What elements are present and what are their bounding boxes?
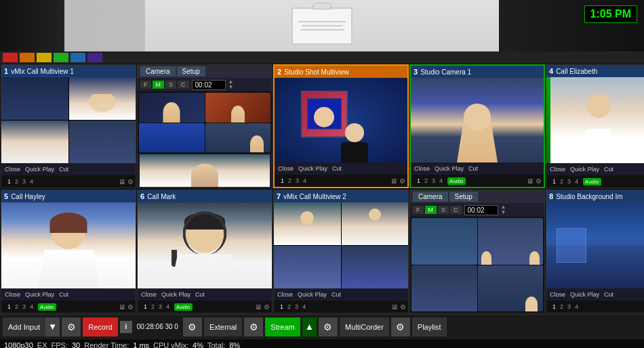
cell-7-gear-icon[interactable]: ⚙ bbox=[400, 303, 406, 311]
cell-5-num-1[interactable]: 1 bbox=[6, 303, 12, 310]
cell-7-num-4[interactable]: 4 bbox=[301, 303, 307, 310]
cam-b-thumb-3[interactable] bbox=[411, 265, 477, 312]
stream-arrow[interactable]: ▲ bbox=[302, 318, 317, 336]
cell-6-cut[interactable]: Cut bbox=[194, 291, 206, 298]
cam-thumb-4[interactable] bbox=[205, 123, 271, 153]
cell-4-num-4[interactable]: 4 bbox=[573, 178, 580, 185]
cell-7-num-3[interactable]: 3 bbox=[294, 303, 300, 310]
cell-2-num-3[interactable]: 3 bbox=[294, 177, 300, 184]
cam-mode-f-b[interactable]: F bbox=[413, 206, 424, 214]
cam-thumb-2[interactable] bbox=[205, 93, 271, 123]
cell-7-close[interactable]: Close bbox=[276, 291, 294, 298]
cell-5-close[interactable]: Close bbox=[3, 291, 22, 298]
cam-b-thumb-2[interactable] bbox=[478, 218, 544, 265]
cell-3-num-3[interactable]: 3 bbox=[430, 177, 437, 184]
cell-5-gear-icon[interactable]: ⚙ bbox=[127, 303, 134, 311]
cell-1-num-2[interactable]: 2 bbox=[14, 178, 20, 185]
cam-mode-m[interactable]: M bbox=[153, 81, 165, 89]
setup-tab-b[interactable]: Setup bbox=[449, 192, 478, 202]
cell-1-quickplay[interactable]: Quick Play bbox=[24, 166, 56, 173]
cam-mode-c[interactable]: C bbox=[178, 81, 189, 89]
cell-8-quickplay[interactable]: Quick Play bbox=[569, 291, 601, 298]
cell-5-num-4[interactable]: 4 bbox=[28, 303, 35, 310]
camera-preview[interactable] bbox=[138, 91, 272, 154]
cell-8-num-1[interactable]: 1 bbox=[551, 303, 557, 310]
cell-1-num-3[interactable]: 3 bbox=[21, 178, 27, 185]
toolbar-gear-5[interactable]: ⚙ bbox=[391, 318, 410, 336]
cell-6-gear-icon[interactable]: ⚙ bbox=[264, 303, 270, 311]
external-button[interactable]: External bbox=[204, 318, 242, 336]
record-button[interactable]: Record bbox=[83, 318, 117, 336]
cell-4-preview[interactable] bbox=[546, 77, 644, 163]
cell-2-num-4[interactable]: 4 bbox=[302, 177, 308, 184]
cell-3-gear-icon[interactable]: ⚙ bbox=[536, 177, 542, 185]
cell-8-num-4[interactable]: 4 bbox=[573, 303, 580, 310]
cell-7-monitor-icon[interactable]: 🖥 bbox=[391, 303, 398, 311]
cell-5-num-2[interactable]: 2 bbox=[14, 303, 20, 310]
cell-3-num-4[interactable]: 4 bbox=[438, 177, 444, 184]
add-input-arrow[interactable]: ▼ bbox=[45, 318, 60, 336]
cell-1-num-4[interactable]: 4 bbox=[28, 178, 35, 185]
cam-mode-c-b[interactable]: C bbox=[450, 206, 462, 214]
cam-down-arrow[interactable]: ▼ bbox=[228, 85, 234, 90]
playlist-button[interactable]: Playlist bbox=[412, 318, 447, 336]
cell-8-close[interactable]: Close bbox=[548, 291, 567, 298]
cell-8-preview[interactable] bbox=[546, 202, 644, 288]
cell-8-num-3[interactable]: 3 bbox=[566, 303, 572, 310]
cam-time-input-b[interactable] bbox=[464, 205, 498, 215]
cell-7-cut[interactable]: Cut bbox=[330, 291, 342, 298]
cell-2-num-1[interactable]: 1 bbox=[279, 177, 285, 184]
cell-3-cut[interactable]: Cut bbox=[467, 165, 479, 172]
cell-5-num-3[interactable]: 3 bbox=[21, 303, 27, 310]
cell-4-cut[interactable]: Cut bbox=[603, 166, 615, 173]
cell-1-close[interactable]: Close bbox=[3, 166, 22, 173]
toolbar-gear-4[interactable]: ⚙ bbox=[319, 318, 338, 336]
cam-b-thumb-4[interactable] bbox=[478, 265, 544, 312]
cell-2-gear-icon[interactable]: ⚙ bbox=[399, 177, 405, 185]
color-tab-yellow[interactable] bbox=[37, 53, 52, 62]
cell-2-cut[interactable]: Cut bbox=[331, 165, 343, 172]
cell-2-num-2[interactable]: 2 bbox=[287, 177, 293, 184]
cam-b-thumb-1[interactable] bbox=[411, 218, 477, 265]
cell-6-num-3[interactable]: 3 bbox=[157, 303, 163, 310]
setup-tab[interactable]: Setup bbox=[177, 66, 205, 77]
cell-4-num-3[interactable]: 3 bbox=[566, 178, 572, 185]
cell-2-quickplay[interactable]: Quick Play bbox=[297, 165, 329, 172]
color-tab-orange[interactable] bbox=[20, 53, 35, 62]
cell-2-preview[interactable] bbox=[275, 78, 407, 162]
cell-4-close[interactable]: Close bbox=[548, 166, 567, 173]
cell-6-monitor-icon[interactable]: 🖥 bbox=[255, 303, 262, 311]
toolbar-gear-3[interactable]: ⚙ bbox=[244, 318, 263, 336]
cam-mode-s[interactable]: S bbox=[165, 81, 176, 89]
cell-8-cut[interactable]: Cut bbox=[603, 291, 615, 298]
multicorder-button[interactable]: MultiCorder bbox=[340, 318, 389, 336]
cell-1-monitor-icon[interactable]: 🖥 bbox=[119, 178, 125, 186]
cam-mode-s-b[interactable]: S bbox=[438, 206, 449, 214]
cell-3-quickplay[interactable]: Quick Play bbox=[433, 165, 465, 172]
cell-3-num-1[interactable]: 1 bbox=[416, 177, 422, 184]
cell-6-num-2[interactable]: 2 bbox=[150, 303, 156, 310]
cam-thumb-3[interactable] bbox=[139, 123, 205, 153]
cell-5-quickplay[interactable]: Quick Play bbox=[24, 291, 56, 298]
cell-5-cut[interactable]: Cut bbox=[58, 291, 70, 298]
cell-3-monitor-icon[interactable]: 🖥 bbox=[527, 177, 534, 185]
cell-4-quickplay[interactable]: Quick Play bbox=[569, 166, 601, 173]
cell-2-monitor-icon[interactable]: 🖥 bbox=[390, 177, 397, 185]
cam-mode-f[interactable]: F bbox=[140, 81, 151, 89]
color-tab-purple[interactable] bbox=[87, 53, 102, 62]
camera-tab-b[interactable]: Camera bbox=[413, 192, 448, 202]
cell-1-cut[interactable]: Cut bbox=[58, 166, 70, 173]
cell-7-num-1[interactable]: 1 bbox=[279, 303, 285, 310]
cell-4-num-1[interactable]: 1 bbox=[551, 178, 557, 185]
cell-3-preview[interactable] bbox=[411, 78, 544, 162]
cell-5-preview[interactable] bbox=[1, 202, 136, 288]
cell-8-num-2[interactable]: 2 bbox=[559, 303, 565, 310]
cell-6-close[interactable]: Close bbox=[140, 291, 158, 298]
toolbar-gear-1[interactable]: ⚙ bbox=[62, 318, 81, 336]
stream-button[interactable]: Stream bbox=[265, 318, 300, 336]
cell-6-preview[interactable] bbox=[138, 202, 272, 288]
cell-3-num-2[interactable]: 2 bbox=[423, 177, 429, 184]
cell-6-num-1[interactable]: 1 bbox=[142, 303, 148, 310]
cam-time-input[interactable] bbox=[192, 80, 226, 90]
toolbar-gear-2[interactable]: ⚙ bbox=[183, 318, 202, 336]
